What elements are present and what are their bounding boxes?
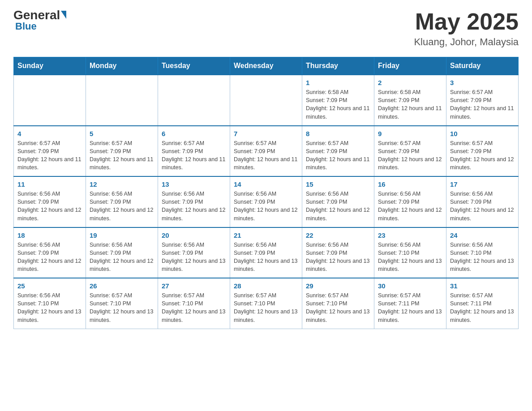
- calendar-cell: 25Sunrise: 6:56 AMSunset: 7:10 PMDayligh…: [14, 278, 86, 329]
- calendar-cell: 17Sunrise: 6:56 AMSunset: 7:09 PMDayligh…: [446, 176, 519, 227]
- day-info: Sunrise: 6:57 AMSunset: 7:10 PMDaylight:…: [234, 291, 298, 324]
- calendar-cell: 18Sunrise: 6:56 AMSunset: 7:09 PMDayligh…: [14, 227, 86, 278]
- day-info: Sunrise: 6:56 AMSunset: 7:10 PMDaylight:…: [378, 241, 442, 274]
- day-info: Sunrise: 6:56 AMSunset: 7:09 PMDaylight:…: [90, 190, 154, 223]
- logo: General Blue: [13, 9, 66, 32]
- weekday-header-tuesday: Tuesday: [158, 57, 230, 75]
- calendar-cell: 12Sunrise: 6:56 AMSunset: 7:09 PMDayligh…: [86, 176, 158, 227]
- day-number: 11: [17, 180, 82, 188]
- calendar-week-row: 1Sunrise: 6:58 AMSunset: 7:09 PMDaylight…: [14, 75, 519, 126]
- calendar-cell: 5Sunrise: 6:57 AMSunset: 7:09 PMDaylight…: [86, 126, 158, 177]
- calendar-cell: [230, 75, 302, 126]
- calendar-cell: 10Sunrise: 6:57 AMSunset: 7:09 PMDayligh…: [446, 126, 519, 177]
- day-number: 2: [378, 79, 442, 86]
- logo-general-text: General: [13, 9, 60, 21]
- day-info: Sunrise: 6:57 AMSunset: 7:09 PMDaylight:…: [378, 139, 442, 172]
- calendar-cell: 6Sunrise: 6:57 AMSunset: 7:09 PMDaylight…: [158, 126, 230, 177]
- day-info: Sunrise: 6:57 AMSunset: 7:09 PMDaylight:…: [306, 139, 370, 172]
- calendar-cell: [86, 75, 158, 126]
- logo-general: General: [13, 9, 66, 21]
- day-number: 7: [234, 130, 298, 137]
- calendar-cell: 28Sunrise: 6:57 AMSunset: 7:10 PMDayligh…: [230, 278, 302, 329]
- day-number: 12: [90, 180, 154, 188]
- day-info: Sunrise: 6:56 AMSunset: 7:09 PMDaylight:…: [17, 190, 82, 223]
- day-number: 1: [306, 79, 370, 86]
- calendar-cell: 13Sunrise: 6:56 AMSunset: 7:09 PMDayligh…: [158, 176, 230, 227]
- calendar-cell: 4Sunrise: 6:57 AMSunset: 7:09 PMDaylight…: [14, 126, 86, 177]
- calendar-week-row: 11Sunrise: 6:56 AMSunset: 7:09 PMDayligh…: [14, 176, 519, 227]
- day-number: 18: [17, 231, 82, 239]
- logo-triangle-icon: [61, 11, 66, 19]
- day-number: 27: [162, 282, 226, 290]
- calendar-cell: 26Sunrise: 6:57 AMSunset: 7:10 PMDayligh…: [86, 278, 158, 329]
- day-info: Sunrise: 6:56 AMSunset: 7:09 PMDaylight:…: [162, 190, 226, 223]
- day-number: 9: [378, 130, 442, 137]
- calendar-cell: 15Sunrise: 6:56 AMSunset: 7:09 PMDayligh…: [302, 176, 374, 227]
- day-info: Sunrise: 6:57 AMSunset: 7:11 PMDaylight:…: [378, 291, 442, 324]
- day-number: 6: [162, 130, 226, 137]
- day-info: Sunrise: 6:56 AMSunset: 7:09 PMDaylight:…: [378, 190, 442, 223]
- calendar-cell: 20Sunrise: 6:56 AMSunset: 7:09 PMDayligh…: [158, 227, 230, 278]
- calendar-cell: 31Sunrise: 6:57 AMSunset: 7:11 PMDayligh…: [446, 278, 519, 329]
- day-info: Sunrise: 6:57 AMSunset: 7:09 PMDaylight:…: [162, 139, 226, 172]
- day-number: 20: [162, 231, 226, 239]
- calendar-cell: 14Sunrise: 6:56 AMSunset: 7:09 PMDayligh…: [230, 176, 302, 227]
- calendar-week-row: 25Sunrise: 6:56 AMSunset: 7:10 PMDayligh…: [14, 278, 519, 329]
- day-info: Sunrise: 6:58 AMSunset: 7:09 PMDaylight:…: [306, 88, 370, 121]
- day-info: Sunrise: 6:57 AMSunset: 7:09 PMDaylight:…: [234, 139, 298, 172]
- day-number: 3: [450, 79, 515, 86]
- calendar-table: SundayMondayTuesdayWednesdayThursdayFrid…: [13, 57, 519, 329]
- day-number: 19: [90, 231, 154, 239]
- day-info: Sunrise: 6:56 AMSunset: 7:10 PMDaylight:…: [17, 291, 82, 324]
- day-number: 17: [450, 180, 515, 188]
- calendar-cell: 29Sunrise: 6:57 AMSunset: 7:10 PMDayligh…: [302, 278, 374, 329]
- day-info: Sunrise: 6:56 AMSunset: 7:09 PMDaylight:…: [234, 190, 298, 223]
- day-info: Sunrise: 6:57 AMSunset: 7:10 PMDaylight:…: [90, 291, 154, 324]
- day-number: 28: [234, 282, 298, 290]
- calendar-cell: 19Sunrise: 6:56 AMSunset: 7:09 PMDayligh…: [86, 227, 158, 278]
- day-number: 5: [90, 130, 154, 137]
- day-number: 29: [306, 282, 370, 290]
- day-info: Sunrise: 6:57 AMSunset: 7:09 PMDaylight:…: [17, 139, 82, 172]
- calendar-cell: [14, 75, 86, 126]
- day-info: Sunrise: 6:57 AMSunset: 7:10 PMDaylight:…: [162, 291, 226, 324]
- day-number: 24: [450, 231, 515, 239]
- day-number: 25: [17, 282, 82, 290]
- weekday-header-saturday: Saturday: [446, 57, 519, 75]
- calendar-cell: 7Sunrise: 6:57 AMSunset: 7:09 PMDaylight…: [230, 126, 302, 177]
- calendar-cell: 27Sunrise: 6:57 AMSunset: 7:10 PMDayligh…: [158, 278, 230, 329]
- calendar-cell: 30Sunrise: 6:57 AMSunset: 7:11 PMDayligh…: [374, 278, 446, 329]
- day-info: Sunrise: 6:56 AMSunset: 7:09 PMDaylight:…: [306, 190, 370, 223]
- day-info: Sunrise: 6:56 AMSunset: 7:09 PMDaylight:…: [234, 241, 298, 274]
- day-info: Sunrise: 6:56 AMSunset: 7:09 PMDaylight:…: [306, 241, 370, 274]
- day-info: Sunrise: 6:57 AMSunset: 7:09 PMDaylight:…: [90, 139, 154, 172]
- day-info: Sunrise: 6:58 AMSunset: 7:09 PMDaylight:…: [378, 88, 442, 121]
- day-info: Sunrise: 6:57 AMSunset: 7:09 PMDaylight:…: [450, 88, 515, 121]
- calendar-subtitle: Kluang, Johor, Malaysia: [414, 36, 519, 48]
- calendar-cell: 22Sunrise: 6:56 AMSunset: 7:09 PMDayligh…: [302, 227, 374, 278]
- calendar-cell: 2Sunrise: 6:58 AMSunset: 7:09 PMDaylight…: [374, 75, 446, 126]
- day-info: Sunrise: 6:56 AMSunset: 7:09 PMDaylight:…: [162, 241, 226, 274]
- calendar-cell: 21Sunrise: 6:56 AMSunset: 7:09 PMDayligh…: [230, 227, 302, 278]
- day-number: 15: [306, 180, 370, 188]
- weekday-header-sunday: Sunday: [14, 57, 86, 75]
- day-number: 14: [234, 180, 298, 188]
- weekday-header-monday: Monday: [86, 57, 158, 75]
- day-number: 31: [450, 282, 515, 290]
- calendar-header: SundayMondayTuesdayWednesdayThursdayFrid…: [14, 57, 519, 75]
- page-header: General Blue May 2025 Kluang, Johor, Mal…: [13, 9, 519, 48]
- day-number: 30: [378, 282, 442, 290]
- day-number: 23: [378, 231, 442, 239]
- calendar-cell: 9Sunrise: 6:57 AMSunset: 7:09 PMDaylight…: [374, 126, 446, 177]
- calendar-body: 1Sunrise: 6:58 AMSunset: 7:09 PMDaylight…: [14, 75, 519, 329]
- calendar-cell: 3Sunrise: 6:57 AMSunset: 7:09 PMDaylight…: [446, 75, 519, 126]
- calendar-cell: 1Sunrise: 6:58 AMSunset: 7:09 PMDaylight…: [302, 75, 374, 126]
- day-info: Sunrise: 6:57 AMSunset: 7:09 PMDaylight:…: [450, 139, 515, 172]
- day-number: 13: [162, 180, 226, 188]
- calendar-cell: 24Sunrise: 6:56 AMSunset: 7:10 PMDayligh…: [446, 227, 519, 278]
- calendar-week-row: 4Sunrise: 6:57 AMSunset: 7:09 PMDaylight…: [14, 126, 519, 177]
- day-info: Sunrise: 6:56 AMSunset: 7:09 PMDaylight:…: [90, 241, 154, 274]
- day-number: 10: [450, 130, 515, 137]
- calendar-week-row: 18Sunrise: 6:56 AMSunset: 7:09 PMDayligh…: [14, 227, 519, 278]
- calendar-cell: 8Sunrise: 6:57 AMSunset: 7:09 PMDaylight…: [302, 126, 374, 177]
